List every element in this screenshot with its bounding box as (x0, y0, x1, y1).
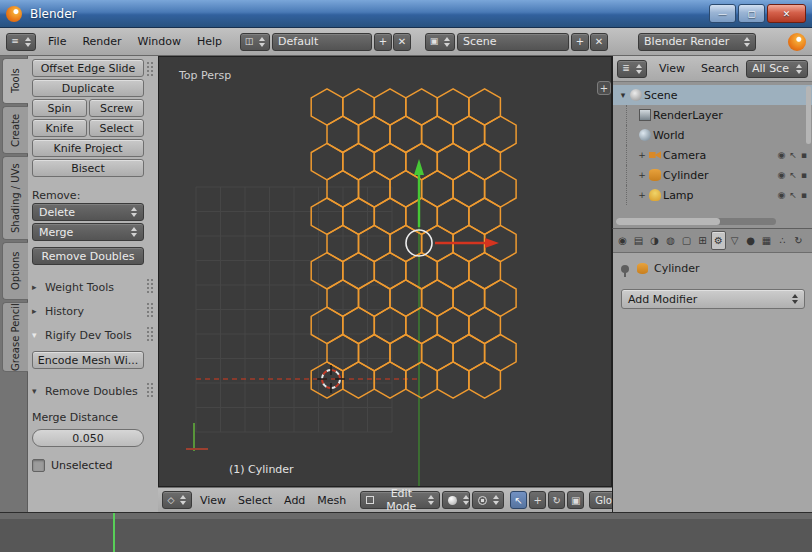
offset-edge-slide-button[interactable]: Offset Edge Slide (32, 59, 144, 77)
expand-plus-icon[interactable]: + (637, 190, 647, 200)
scene-chooser-button[interactable]: ▣ (425, 33, 455, 51)
region-expand-button[interactable]: + (597, 81, 611, 95)
toolshelf-tab-tools[interactable]: Tools (2, 58, 28, 104)
properties-tab-physics[interactable]: ↻ (791, 231, 806, 250)
expand-plus-icon[interactable]: + (637, 150, 647, 160)
weight-tools-panel-header[interactable]: ▸ Weight Tools (32, 279, 144, 295)
delete-scene-button[interactable]: ✕ (590, 33, 608, 51)
menu-mesh[interactable]: Mesh (313, 492, 350, 509)
outliner-display-filter-dropdown[interactable]: All Sce (746, 60, 808, 78)
camera-toggle-icon[interactable]: ▪ (801, 190, 807, 200)
properties-tab-scene[interactable]: ◑ (647, 231, 662, 250)
toolshelf-tab-shading-uvs[interactable]: Shading / UVs (2, 156, 28, 240)
menu-render[interactable]: Render (78, 33, 125, 50)
manipulator-toggle-button[interactable]: ↖ (510, 491, 527, 509)
screen-layout-field[interactable]: Default (272, 33, 372, 51)
select-button[interactable]: Select (89, 119, 144, 137)
eye-toggle-icon[interactable]: ◉ (777, 190, 785, 200)
add-modifier-button[interactable]: Add Modifier (621, 289, 805, 309)
maximize-button[interactable]: ▢ (738, 4, 765, 23)
knife-button[interactable]: Knife (32, 119, 87, 137)
properties-tab-object-data[interactable]: ▽ (727, 231, 742, 250)
panel-grip-icon[interactable] (146, 302, 155, 317)
window-titlebar[interactable]: Blender — ▢ ✕ (0, 0, 812, 28)
outliner-item-world[interactable]: World (613, 125, 812, 145)
properties-tab-render-layers[interactable]: ▤ (631, 231, 646, 250)
properties-tab-world[interactable]: ◍ (663, 231, 678, 250)
properties-tab-render[interactable]: ◉ (615, 231, 630, 250)
toolshelf-tab-grease-pencil[interactable]: Grease Pencil (2, 302, 28, 372)
timeline-playhead[interactable] (113, 513, 115, 552)
duplicate-button[interactable]: Duplicate (32, 79, 144, 97)
outliner-item-renderlayer[interactable]: RenderLayer (613, 105, 812, 125)
expand-plus-icon[interactable]: + (637, 170, 647, 180)
cursor-toggle-icon[interactable]: ↖ (789, 190, 797, 200)
unselected-checkbox[interactable] (32, 459, 45, 472)
scrollbar-thumb[interactable] (616, 218, 720, 225)
outliner-horizontal-scrollbar[interactable] (616, 218, 776, 225)
screen-layout-type-button[interactable]: ◫ (240, 33, 270, 51)
outliner-editor-type-button[interactable]: ≣ (617, 60, 647, 78)
properties-tab-texture[interactable]: ▦ (759, 231, 774, 250)
menu-view[interactable]: View (196, 492, 230, 509)
screw-button[interactable]: Screw (89, 99, 144, 117)
add-layout-button[interactable]: + (374, 33, 392, 51)
delete-menu-button[interactable]: Delete (32, 203, 144, 221)
render-engine-dropdown[interactable]: Blender Render (638, 33, 756, 51)
add-scene-button[interactable]: + (571, 33, 589, 51)
expand-down-icon[interactable]: ▾ (618, 90, 628, 100)
outliner-menu-view[interactable]: View (655, 60, 689, 77)
viewport-3d[interactable]: Top Persp (1) Cylinder + (158, 56, 612, 487)
properties-tab-particles[interactable]: ∴ (775, 231, 790, 250)
minimize-button[interactable]: — (709, 4, 736, 23)
menu-help[interactable]: Help (193, 33, 226, 50)
merge-menu-button[interactable]: Merge (32, 223, 144, 241)
knife-project-button[interactable]: Knife Project (32, 139, 144, 157)
translate-manipulator-button[interactable]: + (529, 491, 546, 509)
transform-orientation-dropdown[interactable]: Global (589, 491, 612, 509)
close-button[interactable]: ✕ (767, 4, 806, 23)
history-panel-header[interactable]: ▸ History (32, 303, 144, 319)
viewport-shading-dropdown[interactable] (442, 491, 470, 509)
outliner-menu-search[interactable]: Search (697, 60, 743, 77)
scene-name-field[interactable]: Scene (457, 33, 569, 51)
properties-tab-material[interactable]: ● (743, 231, 758, 250)
bisect-button[interactable]: Bisect (32, 159, 144, 177)
camera-toggle-icon[interactable]: ▪ (801, 150, 807, 160)
remove-doubles-button[interactable]: Remove Doubles (32, 247, 144, 265)
info-editor-type-button[interactable]: ≡ (6, 33, 36, 51)
outliner-vertical-scrollbar[interactable] (806, 86, 811, 144)
spin-button[interactable]: Spin (32, 99, 87, 117)
properties-tab-constraints[interactable]: ⊞ (695, 231, 710, 250)
outliner-item-camera[interactable]: + Camera ◉ ↖ ▪ (613, 145, 812, 165)
panel-grip-icon[interactable] (146, 326, 155, 341)
cursor-toggle-icon[interactable]: ↖ (789, 170, 797, 180)
timeline-region[interactable] (0, 512, 812, 552)
camera-toggle-icon[interactable]: ▪ (801, 170, 807, 180)
outliner-item-scene[interactable]: ▾ Scene (613, 85, 812, 105)
rotate-manipulator-button[interactable]: ↻ (548, 491, 565, 509)
pin-icon[interactable] (621, 265, 629, 273)
menu-add[interactable]: Add (280, 492, 309, 509)
toolshelf-tab-options[interactable]: Options (2, 242, 28, 300)
outliner-item-cylinder[interactable]: + Cylinder ◉ ↖ ▪ (613, 165, 812, 185)
delete-layout-button[interactable]: ✕ (393, 33, 411, 51)
panel-grip-icon[interactable] (146, 382, 155, 397)
view3d-editor-type-button[interactable]: ◇ (162, 491, 192, 509)
properties-tab-object[interactable]: ▢ (679, 231, 694, 250)
menu-select[interactable]: Select (234, 492, 276, 509)
unselected-checkbox-row[interactable]: Unselected (32, 457, 144, 473)
cursor-toggle-icon[interactable]: ↖ (789, 150, 797, 160)
properties-tab-modifiers[interactable]: ⚙ (711, 231, 726, 250)
panel-grip-icon[interactable] (146, 61, 155, 76)
rigify-panel-header[interactable]: ▾ Rigify Dev Tools (32, 327, 144, 343)
scale-manipulator-button[interactable]: ▣ (567, 491, 584, 509)
toolshelf-tab-create[interactable]: Create (2, 106, 28, 154)
outliner-item-lamp[interactable]: + Lamp ◉ ↖ ▪ (613, 185, 812, 205)
eye-toggle-icon[interactable]: ◉ (777, 150, 785, 160)
encode-mesh-button[interactable]: Encode Mesh Wi... (32, 351, 144, 369)
menu-window[interactable]: Window (134, 33, 185, 50)
eye-toggle-icon[interactable]: ◉ (777, 170, 785, 180)
pivot-point-dropdown[interactable] (472, 491, 504, 509)
mode-dropdown[interactable]: Edit Mode (360, 491, 440, 509)
